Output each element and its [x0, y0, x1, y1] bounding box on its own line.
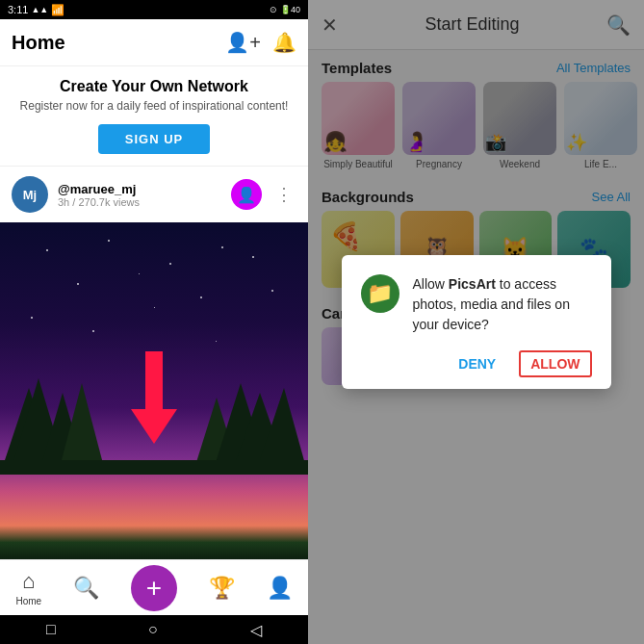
- username: @maruee_mj: [58, 182, 221, 196]
- status-bar: 3:11 ▲▲ 📶 ⊙ 🔋40: [0, 0, 308, 19]
- nav-profile[interactable]: 👤: [267, 576, 293, 601]
- left-panel: 3:11 ▲▲ 📶 ⊙ 🔋40 Home 👤+ 🔔 Create Your Ow…: [0, 0, 308, 644]
- more-options-button[interactable]: ⋮: [271, 184, 296, 205]
- add-person-icon[interactable]: 👤+: [225, 31, 261, 54]
- follow-icon: 👤: [237, 186, 256, 204]
- nav-search[interactable]: 🔍: [73, 576, 99, 601]
- signup-button[interactable]: SIGN UP: [98, 124, 210, 154]
- trees-svg: [0, 359, 308, 475]
- home-label: Home: [15, 596, 41, 606]
- screen-record-icon: ⊙: [270, 5, 277, 14]
- svg-rect-8: [0, 460, 308, 475]
- user-info: @maruee_mj 3h / 270.7k views: [58, 182, 221, 208]
- dialog-text: Allow PicsArt to access photos, media an…: [413, 274, 592, 335]
- home-icon: ⌂: [22, 569, 35, 594]
- right-panel: ✕ Start Editing 🔍 Templates All Template…: [308, 0, 644, 644]
- permission-dialog: 📁 Allow PicsArt to access photos, media …: [342, 255, 611, 389]
- home-button[interactable]: ○: [148, 621, 158, 638]
- follow-button[interactable]: 👤: [231, 179, 262, 210]
- allow-prefix: Allow: [413, 276, 449, 292]
- home-header: Home 👤+ 🔔: [0, 19, 308, 65]
- home-icons: 👤+ 🔔: [225, 31, 296, 54]
- dialog-content: 📁 Allow PicsArt to access photos, media …: [361, 274, 592, 335]
- person-icon: 👤: [267, 576, 293, 601]
- promo-banner: Create Your Own Network Register now for…: [0, 65, 308, 166]
- dialog-actions: DENY ALLOW: [361, 350, 592, 377]
- search-icon: 🔍: [73, 576, 99, 601]
- deny-button[interactable]: DENY: [454, 350, 500, 377]
- time: 3:11: [8, 4, 28, 15]
- system-bar: □ ○ ◁: [0, 615, 308, 644]
- promo-title: Create Your Own Network: [15, 78, 293, 95]
- signal-icon: ▲▲: [31, 5, 48, 14]
- avatar: Mj: [12, 176, 48, 213]
- folder-icon-container: 📁: [361, 274, 399, 313]
- home-title: Home: [12, 32, 65, 54]
- promo-subtitle: Register now for a daily feed of inspira…: [15, 99, 293, 113]
- notification-icon[interactable]: 🔔: [272, 31, 296, 54]
- nav-trophy[interactable]: 🏆: [209, 576, 235, 601]
- app-name: PicsArt: [449, 276, 496, 292]
- back-button[interactable]: ◁: [250, 621, 262, 639]
- battery-icon: 🔋40: [280, 5, 300, 14]
- user-meta: 3h / 270.7k views: [58, 196, 221, 208]
- allow-button[interactable]: ALLOW: [519, 350, 591, 377]
- permission-dialog-overlay: 📁 Allow PicsArt to access photos, media …: [308, 0, 644, 644]
- wifi-icon: 📶: [51, 4, 64, 16]
- recents-button[interactable]: □: [46, 621, 56, 638]
- feed-image: [0, 222, 308, 559]
- trophy-icon: 🏆: [209, 576, 235, 601]
- bottom-nav: ⌂ Home 🔍 + 🏆 👤: [0, 559, 308, 615]
- status-right: ⊙ 🔋40: [270, 5, 300, 14]
- user-row: Mj @maruee_mj 3h / 270.7k views 👤 ⋮: [0, 166, 308, 222]
- add-content-button[interactable]: +: [131, 565, 177, 611]
- status-left: 3:11 ▲▲ 📶: [8, 4, 64, 16]
- nav-home[interactable]: ⌂ Home: [15, 569, 41, 606]
- folder-icon: 📁: [367, 281, 393, 306]
